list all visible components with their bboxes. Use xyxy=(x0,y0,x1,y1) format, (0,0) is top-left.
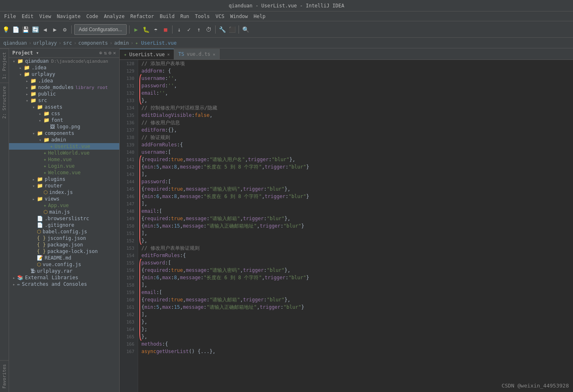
terminal-icon[interactable]: 🔧 xyxy=(218,25,226,34)
line-num-136: 136 xyxy=(120,119,138,126)
tab-label: vue.d.ts xyxy=(186,51,210,57)
tree-item-router[interactable]: ▾ 📁 router xyxy=(9,182,119,189)
menu-help[interactable]: Help xyxy=(251,13,268,20)
tree-item-home[interactable]: ▸ ✦ Home.vue xyxy=(9,156,119,163)
forward-icon[interactable]: ▶ xyxy=(51,25,59,34)
favorites-tab[interactable]: Favorites xyxy=(0,360,9,392)
code-content[interactable]: // 添加用户表单项 addForm: { username:'', passw… xyxy=(138,60,573,392)
sync-icon[interactable]: 🔄 xyxy=(31,25,39,34)
menu-analyze[interactable]: Analyze xyxy=(101,13,127,20)
tree-item-urlplayy[interactable]: ▾ 📁 urlplayy xyxy=(9,71,119,77)
tree-item-node-modules[interactable]: ▸ 📁 node_modules library root xyxy=(9,84,119,91)
breadcrumb-urlplayy[interactable]: urlplayy xyxy=(33,40,57,46)
menu-build[interactable]: Build xyxy=(157,13,177,20)
menu-navigate[interactable]: Navigate xyxy=(55,13,83,20)
project-tab[interactable]: 1: Project xyxy=(0,48,9,82)
stop-icon[interactable]: ■ xyxy=(161,25,170,34)
line-num-139[interactable]: 139 xyxy=(120,141,138,148)
tree-item-src[interactable]: ▾ 📁 src xyxy=(9,97,119,104)
tree-item-browserslistrc[interactable]: ▸ 📄 .browserslistrc xyxy=(9,215,119,222)
code-line-132: email:'', xyxy=(138,89,573,97)
line-num-154[interactable]: 154 xyxy=(120,252,138,259)
menu-tools[interactable]: Tools xyxy=(193,13,212,20)
tree-item-admin[interactable]: ▾ 📁 admin xyxy=(9,137,119,143)
menu-window[interactable]: Window xyxy=(227,13,250,20)
vcs-history-icon[interactable]: ⏱ xyxy=(205,25,213,34)
tree-item-readme[interactable]: ▸ 📝 README.md xyxy=(9,255,119,261)
tree-item-babel[interactable]: ▸ ⬡ babel.config.js xyxy=(9,228,119,235)
code-line-133: }, xyxy=(138,97,573,104)
menu-code[interactable]: Code xyxy=(84,13,101,20)
tree-item-views[interactable]: ▸ 📁 views xyxy=(9,196,119,202)
sidebar-gear-icon[interactable]: ⚙ xyxy=(109,50,111,56)
tree-item-welcome[interactable]: ▸ ✦ Welcome.vue xyxy=(9,169,119,176)
folder-icon: 📁 xyxy=(30,98,36,103)
tree-item-assets[interactable]: ▾ 📁 assets xyxy=(9,104,119,110)
tab-userlist[interactable]: ✦ UserList.vue ✕ xyxy=(120,49,174,59)
menu-file[interactable]: File xyxy=(2,13,18,20)
vcs-commit-icon[interactable]: ✓ xyxy=(185,25,193,34)
tab-close-icon[interactable]: ✕ xyxy=(213,52,215,57)
code-line-166: methods:{ xyxy=(138,340,573,348)
run-config-icon[interactable]: ⚙ xyxy=(61,25,69,34)
sidebar-settings-icon[interactable]: ⊕ xyxy=(99,50,102,56)
tree-item-packagelock[interactable]: ▸ { } package-lock.json xyxy=(9,248,119,255)
vcs-push-icon[interactable]: ↑ xyxy=(195,25,203,34)
sidebar-sort-icon[interactable]: ⇅ xyxy=(104,50,107,56)
menu-refactor[interactable]: Refactor xyxy=(128,13,157,20)
breadcrumb-src[interactable]: src xyxy=(63,40,72,46)
tree-item-mainjs[interactable]: ▸ ⬡ main.js xyxy=(9,209,119,215)
search-everywhere-icon[interactable]: 🔍 xyxy=(241,25,250,34)
breadcrumb-components[interactable]: components xyxy=(78,40,108,46)
tree-item-components[interactable]: ▾ 📁 components xyxy=(9,130,119,137)
save-icon[interactable]: 💾 xyxy=(21,25,30,34)
structure-tab[interactable]: 2: Structure xyxy=(0,82,9,122)
breadcrumb-admin[interactable]: admin xyxy=(114,40,129,46)
menu-run[interactable]: Run xyxy=(178,13,192,20)
menu-view[interactable]: View xyxy=(37,13,54,20)
line-num-129[interactable]: 129 xyxy=(120,67,138,75)
tree-item-vueconfig[interactable]: ▸ ⬡ vue.config.js xyxy=(9,261,119,268)
new-file-icon[interactable]: 📄 xyxy=(11,25,20,34)
sdk-icon[interactable]: ⬛ xyxy=(228,25,236,34)
sidebar-close-icon[interactable]: ✕ xyxy=(113,50,116,56)
tree-item-public[interactable]: ▸ 📁 public xyxy=(9,91,119,97)
tree-item-login[interactable]: ▸ ✦ Login.vue xyxy=(9,163,119,169)
code-editor[interactable]: 128 129 130 131 132 133 134 135 136 137 … xyxy=(120,60,573,392)
back-icon[interactable]: ◀ xyxy=(41,25,49,34)
tree-item-font[interactable]: ▸ 📁 font xyxy=(9,117,119,123)
debug-icon[interactable]: 🐛 xyxy=(142,25,150,34)
tree-item-package[interactable]: ▸ { } package.json xyxy=(9,242,119,248)
code-line-163: }, xyxy=(138,318,573,326)
tree-item-qianduan[interactable]: ▾ 📁 qianduan D:\javadcode\qianduan xyxy=(9,58,119,64)
menu-edit[interactable]: Edit xyxy=(19,13,36,20)
tree-item-idea[interactable]: ▸ 📁 .idea xyxy=(9,64,119,71)
tab-vuedts[interactable]: TS vue.d.ts ✕ xyxy=(174,49,220,59)
tree-item-scratches[interactable]: ▸ ✏ Scratches and Consoles xyxy=(9,281,119,287)
run-coverage-icon[interactable]: ☂ xyxy=(152,25,160,34)
tree-item-appvue[interactable]: ▸ ✦ App.vue xyxy=(9,202,119,209)
tree-item-logo[interactable]: ▸ 🖼 logo.png xyxy=(9,123,119,130)
breadcrumb-qianduan[interactable]: qianduan xyxy=(3,40,27,46)
breadcrumb-file[interactable]: ✦ UserList.vue xyxy=(135,40,177,46)
sidebar-actions: ⊕ ⇅ ⚙ ✕ xyxy=(99,50,116,56)
add-configuration-button[interactable]: Add Configuration... xyxy=(74,24,127,35)
vue-icon: ✦ xyxy=(43,157,46,162)
tree-item-extlibs[interactable]: ▸ 📚 External Libraries xyxy=(9,274,119,281)
tree-item-jsconfig[interactable]: ▸ { } jsconfig.json xyxy=(9,235,119,242)
main-layout: 1: Project 2: Structure Favorites Projec… xyxy=(0,48,573,392)
tree-item-helloworld[interactable]: ▸ ✦ HelloWorld.vue xyxy=(9,150,119,156)
vcs-update-icon[interactable]: ↓ xyxy=(175,25,183,34)
tree-item-css[interactable]: ▸ 📁 css xyxy=(9,110,119,117)
folder-icon: 📁 xyxy=(37,176,43,182)
tab-close-icon[interactable]: ✕ xyxy=(167,52,170,57)
tree-item-urlrar[interactable]: ▸ 🗜 urlplayy.rar xyxy=(9,268,119,274)
tree-item-plugins[interactable]: ▸ 📁 plugins xyxy=(9,176,119,182)
code-line-164: }; xyxy=(138,326,573,333)
tree-item-gitignore[interactable]: ▸ 📄 .gitignore xyxy=(9,222,119,228)
tree-item-idea2[interactable]: ▸ 📁 .idea xyxy=(9,77,119,84)
tree-item-indexjs[interactable]: ▸ ⬡ index.js xyxy=(9,189,119,196)
tree-item-userlist[interactable]: ▸ ✦ UserList.vue xyxy=(9,143,119,150)
menu-vcs[interactable]: VCS xyxy=(213,13,227,20)
run-icon[interactable]: ▶ xyxy=(132,25,140,34)
